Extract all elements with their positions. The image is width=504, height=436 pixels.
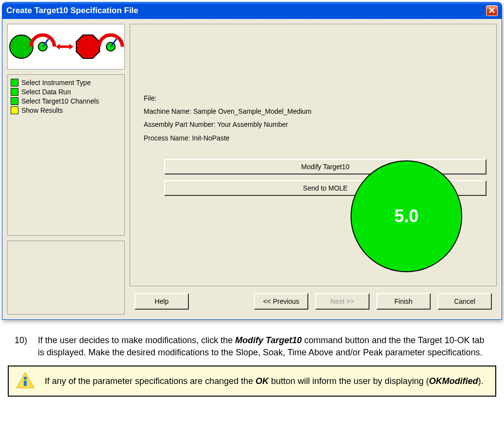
process-row: Process Name: Init-NoPaste	[144, 132, 487, 144]
step-list: Select Instrument Type Select Data Run S…	[7, 74, 125, 236]
previous-button[interactable]: << Previous	[254, 293, 308, 310]
dialog-body: Select Instrument Type Select Data Run S…	[2, 19, 502, 319]
note-text: If any of the parameter specifications a…	[45, 376, 255, 386]
file-row: File:	[144, 92, 487, 105]
dialog-title: Create Target10 Specification File	[6, 6, 138, 16]
left-column: Select Instrument Type Select Data Run S…	[7, 24, 125, 314]
machine-label: Machine Name:	[144, 107, 191, 115]
note-body: If any of the parameter specifications a…	[45, 375, 483, 387]
step-label: Show Results	[21, 106, 63, 114]
file-label: File:	[144, 94, 156, 102]
machine-row: Machine Name: Sample Oven_Sample_Model_M…	[144, 105, 487, 118]
step-bold: Modify Target10	[235, 335, 302, 345]
step-status-icon	[11, 79, 18, 87]
wizard-header-graphic	[7, 24, 125, 70]
left-bottom-panel	[7, 241, 125, 314]
help-button[interactable]: Help	[134, 293, 189, 310]
note-text: ).	[478, 376, 483, 386]
score-value: 5.0	[394, 206, 419, 227]
close-icon	[489, 7, 495, 15]
step-item: Select Instrument Type	[11, 79, 121, 87]
nav-button-row: Help << Previous Next >> Finish Cancel	[130, 289, 497, 314]
step-label: Select Data Run	[21, 88, 71, 96]
step-number: 10)	[15, 334, 38, 359]
step-item: Select Target10 Channels	[11, 97, 121, 105]
step-status-icon	[11, 97, 18, 105]
step-status-icon	[11, 106, 18, 114]
svg-marker-5	[69, 44, 73, 50]
assembly-value: Your Assembly Number	[217, 121, 288, 128]
step-item: Select Data Run	[11, 88, 121, 96]
process-label: Process Name:	[144, 134, 190, 142]
note-box: If any of the parameter specifications a…	[8, 366, 496, 397]
svg-marker-4	[56, 44, 60, 50]
titlebar: Create Target10 Specification File	[2, 2, 502, 19]
svg-marker-6	[76, 35, 100, 58]
step-label: Select Instrument Type	[21, 79, 91, 87]
instruction-step: 10) If the user decides to make modifica…	[15, 334, 489, 359]
step-text: If the user decides to make modification…	[38, 335, 235, 345]
close-button[interactable]	[486, 5, 498, 16]
finish-button[interactable]: Finish	[376, 293, 431, 310]
note-bold: OKModified	[429, 376, 478, 386]
machine-value: Sample Oven_Sample_Model_Medium	[193, 107, 312, 115]
note-text: button will inform the user by displayin…	[269, 376, 429, 386]
svg-point-10	[24, 377, 27, 380]
next-button: Next >>	[315, 293, 370, 310]
process-value: Init-NoPaste	[192, 134, 230, 142]
step-label: Select Target10 Channels	[21, 97, 99, 105]
main-panel: File: Machine Name: Sample Oven_Sample_M…	[130, 24, 497, 286]
cancel-button[interactable]: Cancel	[437, 293, 492, 310]
step-status-icon	[11, 88, 18, 96]
info-icon	[16, 371, 35, 391]
svg-rect-11	[24, 381, 27, 386]
assembly-row: Assembly Part Number: Your Assembly Numb…	[144, 119, 487, 131]
info-block: File: Machine Name: Sample Oven_Sample_M…	[144, 92, 487, 144]
score-indicator: 5.0	[351, 160, 462, 272]
step-item: Show Results	[11, 106, 121, 114]
step-body: If the user decides to make modification…	[38, 334, 489, 359]
assembly-label: Assembly Part Number:	[144, 121, 216, 128]
note-bold: OK	[255, 376, 269, 386]
right-column: File: Machine Name: Sample Oven_Sample_M…	[130, 24, 497, 314]
wizard-dialog: Create Target10 Specification File	[2, 2, 502, 320]
